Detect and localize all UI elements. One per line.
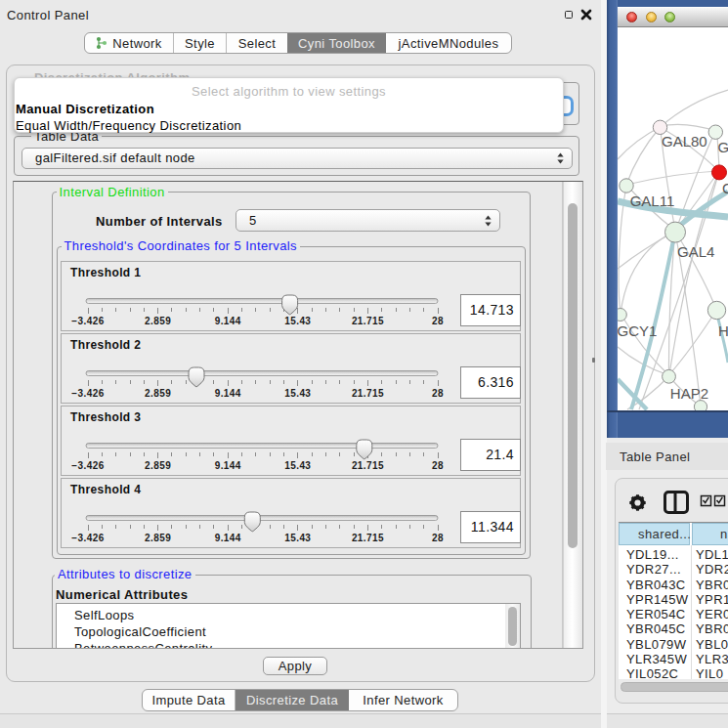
svg-text:GAL11: GAL11 bbox=[630, 193, 675, 209]
svg-text:GA: GA bbox=[718, 139, 728, 155]
svg-text:H: H bbox=[718, 322, 728, 339]
svg-text:C: C bbox=[722, 180, 728, 196]
svg-text:GAL4: GAL4 bbox=[677, 243, 714, 260]
svg-text:GCY1: GCY1 bbox=[618, 322, 657, 339]
svg-text:GAL80: GAL80 bbox=[662, 133, 707, 150]
svg-text:HAP2: HAP2 bbox=[670, 385, 708, 402]
